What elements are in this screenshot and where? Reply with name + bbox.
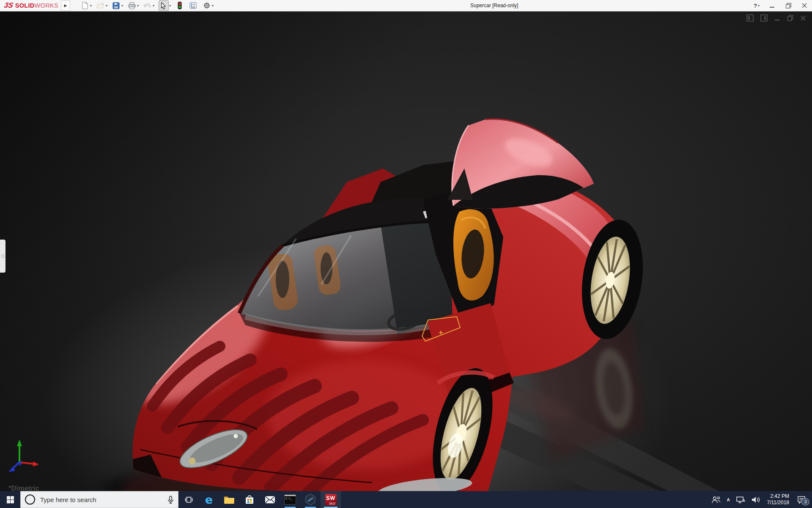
open-icon	[96, 2, 105, 9]
feature-pane-flyout-tab[interactable]	[0, 240, 5, 273]
minimize-button[interactable]	[769, 2, 776, 9]
view-orientation-label: *Dimetric	[8, 485, 39, 491]
command-prompt-icon: C:\_	[284, 494, 296, 505]
dropdown-caret[interactable]: ▾	[153, 4, 154, 8]
dropdown-caret[interactable]: ▾	[121, 4, 123, 8]
action-center-button[interactable]: 3	[795, 496, 808, 504]
select-button[interactable]	[159, 0, 169, 11]
toolbar-select-group: ▾	[159, 0, 171, 11]
taskbar-clock[interactable]: 2:42 PM 7/11/2018	[767, 493, 790, 506]
taskbar-app-solidworks[interactable]: SW 2017	[321, 491, 341, 508]
titlebar-controls: ? ▾	[754, 0, 808, 11]
restore-button[interactable]	[785, 2, 792, 9]
triad-x-axis	[19, 461, 39, 467]
solidworks-icon-letters: SW	[326, 495, 335, 501]
dropdown-caret: ▾	[758, 4, 760, 8]
dropdown-caret[interactable]: ▾	[137, 4, 139, 8]
triad-y-axis	[17, 439, 22, 462]
doc-close-icon[interactable]	[800, 15, 806, 21]
hexagon-app-icon	[305, 494, 316, 505]
windshield	[239, 222, 453, 342]
file-explorer-icon	[224, 495, 235, 504]
toolbar-new-group: ▾	[80, 1, 92, 10]
rebuild-button[interactable]	[175, 1, 184, 10]
close-button[interactable]	[801, 2, 808, 9]
undo-button[interactable]	[143, 1, 152, 10]
new-document-icon	[81, 2, 88, 9]
taskbar-app-task-view[interactable]	[178, 491, 199, 508]
collapse-pane-right-icon[interactable]	[760, 14, 768, 22]
toolbar-save-group: ▾	[112, 1, 123, 10]
document-window-controls	[746, 14, 806, 22]
taskbar-app-mail[interactable]	[260, 491, 280, 508]
toolbar-undo-group: ▾	[143, 1, 154, 10]
file-properties-icon	[189, 2, 197, 9]
clock-date: 7/11/2018	[767, 500, 790, 506]
print-button[interactable]	[127, 1, 137, 10]
dropdown-caret[interactable]: ▾	[212, 4, 214, 8]
menu-flyout-button[interactable]: ▶	[61, 0, 70, 11]
flyout-tab-dot	[1, 254, 5, 258]
close-icon	[802, 3, 807, 8]
dassault-3ds-logo: 3S	[3, 1, 14, 10]
speaker-icon[interactable]	[752, 496, 761, 503]
print-icon	[128, 2, 136, 9]
network-icon[interactable]	[736, 496, 746, 503]
collapse-pane-left-icon[interactable]	[746, 14, 754, 22]
task-view-icon	[185, 496, 193, 503]
file-properties-button[interactable]	[189, 1, 198, 10]
taskbar-app-edge[interactable]: e	[199, 491, 219, 508]
windows-logo-icon	[7, 496, 14, 503]
options-button[interactable]	[202, 1, 211, 10]
notification-badge: 3	[801, 498, 809, 505]
orientation-triad	[7, 439, 41, 474]
help-button[interactable]: ? ▾	[754, 3, 760, 9]
save-icon	[112, 2, 120, 9]
window-title: Supercar [Read-only]	[470, 0, 518, 11]
system-tray: ∧ 2:42 PM 7/11/2018 3	[711, 491, 812, 508]
new-document-button[interactable]	[80, 1, 90, 10]
graphics-viewport[interactable]: *Dimetric	[0, 11, 812, 491]
flyout-arrow-icon: ▶	[64, 3, 67, 8]
help-icon: ?	[754, 3, 757, 9]
search-input[interactable]	[39, 496, 163, 504]
triad-z-axis	[8, 461, 21, 472]
dropdown-caret[interactable]: ▾	[106, 4, 107, 8]
save-button[interactable]	[112, 1, 121, 10]
people-icon[interactable]	[711, 496, 721, 503]
start-button[interactable]	[0, 491, 20, 508]
tray-overflow-chevron[interactable]: ∧	[727, 497, 730, 502]
command-prompt-text: C:\_	[285, 497, 293, 500]
windows-taskbar: e C:\_ SW 2017	[0, 491, 812, 508]
cortana-icon	[25, 494, 35, 505]
microphone-icon[interactable]	[167, 496, 174, 504]
toolbar-open-group: ▾	[96, 1, 107, 10]
taskbar-app-command-prompt[interactable]: C:\_	[280, 491, 300, 508]
toolbar-options-group: ▾	[202, 1, 214, 10]
brand-solid: SOLID	[15, 2, 35, 9]
select-cursor-icon	[160, 2, 167, 9]
undo-icon	[143, 2, 151, 9]
open-button[interactable]	[96, 1, 105, 10]
restore-icon	[786, 3, 791, 8]
driver-seat	[453, 209, 494, 301]
doc-minimize-icon[interactable]	[774, 15, 780, 21]
doc-restore-icon[interactable]	[787, 15, 793, 21]
toolbar-rebuild-group	[175, 1, 184, 10]
solidworks-logo: 3S SOLIDWORKS	[0, 1, 61, 10]
taskbar-app-store[interactable]	[239, 491, 260, 508]
toolbar-print-group: ▾	[127, 1, 139, 10]
edge-icon: e	[205, 494, 213, 505]
taskbar-app-hexagon[interactable]	[300, 491, 321, 508]
mail-icon	[265, 496, 275, 504]
store-icon	[245, 494, 254, 505]
dropdown-caret[interactable]: ▾	[90, 4, 92, 8]
3d-model-supercar[interactable]	[0, 11, 812, 491]
clock-time: 2:42 PM	[767, 493, 790, 500]
dropdown-caret[interactable]: ▾	[169, 4, 171, 8]
app-titlebar: 3S SOLIDWORKS ▶ ▾ ▾ ▾	[0, 0, 812, 11]
taskbar-search[interactable]	[20, 491, 178, 508]
taskbar-app-file-explorer[interactable]	[219, 491, 239, 508]
minimize-icon	[770, 3, 775, 8]
brand-works: WORKS	[35, 2, 58, 9]
